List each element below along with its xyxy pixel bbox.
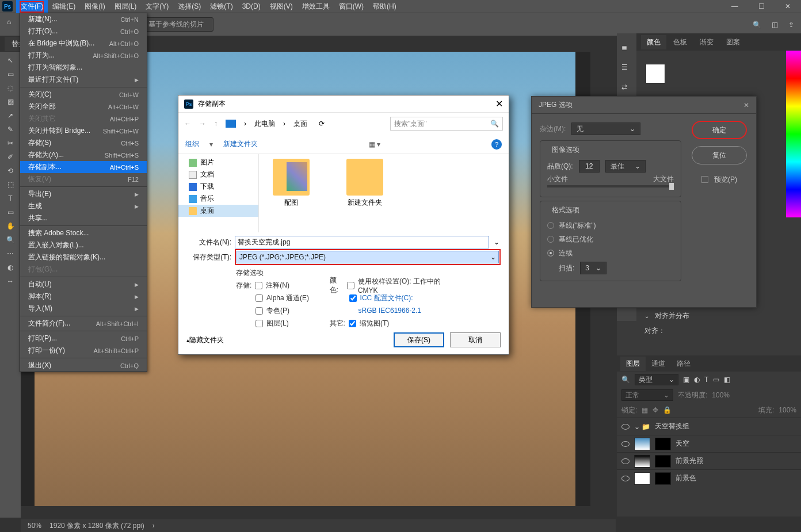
lock-all-icon[interactable]: 🔒 <box>663 406 672 414</box>
menu-9[interactable]: 增效工具 <box>297 0 334 13</box>
file-menu-item[interactable]: 关闭(C)Ctrl+W <box>20 89 147 101</box>
quality-slider[interactable] <box>547 185 674 187</box>
crumb-desktop[interactable]: 桌面 <box>293 119 307 129</box>
file-menu-item[interactable]: 存储为(A)...Shift+Ctrl+S <box>20 149 147 161</box>
file-menu-item[interactable]: 存储副本...Alt+Ctrl+S <box>20 161 147 173</box>
tool-1[interactable]: ▭ <box>2 68 18 81</box>
layer-tab[interactable]: 图层 <box>620 357 646 371</box>
tool-2[interactable]: ◌ <box>2 82 18 94</box>
tool-16[interactable]: ↔ <box>2 275 18 288</box>
sidebar-item[interactable]: 图片 <box>178 156 258 169</box>
tool-5[interactable]: ✎ <box>2 123 18 136</box>
tool-15[interactable]: ◐ <box>2 261 18 274</box>
tool-6[interactable]: ✂ <box>2 137 18 150</box>
file-menu-item[interactable]: 打开为智能对象... <box>20 62 147 74</box>
tool-12[interactable]: ✋ <box>2 220 18 232</box>
menu-11[interactable]: 帮助(H) <box>368 0 401 13</box>
tool-11[interactable]: ▭ <box>2 206 18 219</box>
info-icon[interactable]: ☰ <box>621 63 632 72</box>
menu-8[interactable]: 视图(V) <box>265 0 297 13</box>
slice-button[interactable]: 基于参考线的切片 <box>139 17 213 32</box>
visibility-icon[interactable] <box>621 476 630 481</box>
lock-position-icon[interactable]: ✥ <box>653 406 658 414</box>
thumb-checkbox[interactable] <box>349 320 356 327</box>
reset-button[interactable]: 复位 <box>692 146 747 164</box>
spot-checkbox[interactable] <box>255 307 263 315</box>
layer-row[interactable]: ⌄ 📁天空替换组 <box>617 418 801 435</box>
file-menu-item[interactable]: 关闭并转到 Bridge...Shift+Ctrl+W <box>20 125 147 137</box>
dialog-close-icon[interactable]: ✕ <box>495 98 503 109</box>
tool-4[interactable]: ↗ <box>2 109 18 122</box>
zoom-level[interactable]: 50% <box>28 522 41 530</box>
file-menu-item[interactable]: 置入嵌入对象(L)... <box>20 239 147 251</box>
visibility-icon[interactable] <box>621 458 630 464</box>
layer-row[interactable]: 天空 <box>617 435 801 452</box>
file-menu-item[interactable]: 导出(E) <box>20 188 147 200</box>
lock-pixels-icon[interactable]: ▦ <box>642 406 648 414</box>
quality-select[interactable]: 最佳⌄ <box>605 160 646 173</box>
menu-2[interactable]: 图像(I) <box>80 0 109 13</box>
scans-select[interactable]: 3⌄ <box>580 262 607 274</box>
home-icon[interactable]: ⌂ <box>7 18 21 32</box>
sidebar-item[interactable]: 桌面 <box>178 205 258 217</box>
file-menu-item[interactable]: 在 Bridge 中浏览(B)...Alt+Ctrl+O <box>20 37 147 49</box>
filter-adjust-icon[interactable]: ◐ <box>694 376 700 384</box>
help-icon[interactable]: ? <box>491 139 502 150</box>
file-menu-item[interactable]: 生成 <box>20 200 147 212</box>
new-folder-button[interactable]: 新建文件夹 <box>223 139 258 149</box>
layer-tab[interactable]: 路径 <box>671 357 696 371</box>
search-icon[interactable]: 🔍 <box>753 21 761 29</box>
nav-fwd-icon[interactable]: → <box>199 120 206 128</box>
hide-folders-link[interactable]: 隐藏文件夹 <box>189 335 224 345</box>
histogram-icon[interactable]: ≣ <box>621 44 632 53</box>
menu-3[interactable]: 图层(L) <box>110 0 142 13</box>
save-button[interactable]: 保存(S) <box>394 332 444 347</box>
sidebar-item[interactable]: 音乐 <box>178 193 258 205</box>
menu-1[interactable]: 编辑(E) <box>48 0 80 13</box>
file-area[interactable]: 配图新建文件夹 <box>259 154 509 232</box>
workspace-icon[interactable]: ◫ <box>772 21 778 29</box>
file-menu-item[interactable]: 打印(P)...Ctrl+P <box>20 332 147 345</box>
notes-checkbox[interactable] <box>255 282 262 289</box>
layer-tab[interactable]: 通道 <box>646 357 671 371</box>
blend-mode-select[interactable]: 正常⌄ <box>621 389 673 401</box>
hue-strip[interactable] <box>786 51 801 217</box>
folder-item[interactable]: 配图 <box>268 159 314 228</box>
file-menu-item[interactable]: 存储(S)Ctrl+S <box>20 137 147 149</box>
filter-shape-icon[interactable]: ▭ <box>713 376 719 384</box>
tool-8[interactable]: ⟲ <box>2 164 18 177</box>
file-menu-item[interactable]: 共享... <box>20 212 147 224</box>
menu-4[interactable]: 文字(Y) <box>141 0 173 13</box>
tool-7[interactable]: ✐ <box>2 151 18 163</box>
savetype-select[interactable]: JPEG (*.JPG;*.JPEG;*.JPE)⌄ <box>237 251 499 263</box>
alpha-checkbox[interactable] <box>255 294 263 302</box>
file-menu-item[interactable]: 导入(M) <box>20 303 147 315</box>
ok-button[interactable]: 确定 <box>692 121 747 139</box>
folder-item[interactable]: 新建文件夹 <box>342 159 388 228</box>
quality-input[interactable] <box>579 160 600 173</box>
menu-5[interactable]: 选择(S) <box>173 0 205 13</box>
file-menu-item[interactable]: 打开为...Alt+Shift+Ctrl+O <box>20 49 147 62</box>
file-menu-item[interactable]: 搜索 Adobe Stock... <box>20 227 147 239</box>
filter-search-icon[interactable]: 🔍 <box>621 376 630 384</box>
filter-smart-icon[interactable]: ◧ <box>724 376 730 384</box>
visibility-icon[interactable] <box>621 441 630 447</box>
color-tab[interactable]: 图案 <box>720 35 746 49</box>
maximize-button[interactable]: ☐ <box>748 0 775 13</box>
properties-icon[interactable]: ⇄ <box>621 83 632 92</box>
file-menu-item[interactable]: 最近打开文件(T) <box>20 74 147 86</box>
baseline-radio[interactable]: 基线("标准") <box>547 219 674 232</box>
visibility-icon[interactable] <box>621 424 630 430</box>
optimized-radio[interactable]: 基线已优化 <box>547 232 674 246</box>
preview-checkbox[interactable] <box>701 176 708 183</box>
nav-up-icon[interactable]: ↑ <box>214 120 218 128</box>
foreground-swatch[interactable] <box>646 64 665 83</box>
menu-10[interactable]: 窗口(W) <box>334 0 368 13</box>
file-menu-item[interactable]: 文件简介(F)...Alt+Shift+Ctrl+I <box>20 317 147 330</box>
tool-9[interactable]: ⬚ <box>2 178 18 191</box>
icc-checkbox[interactable] <box>349 294 357 302</box>
layers-checkbox[interactable] <box>255 320 263 327</box>
matte-select[interactable]: 无⌄ <box>571 123 640 135</box>
close-button[interactable]: ✕ <box>775 0 801 13</box>
progressive-radio[interactable]: 连续 <box>547 246 674 260</box>
